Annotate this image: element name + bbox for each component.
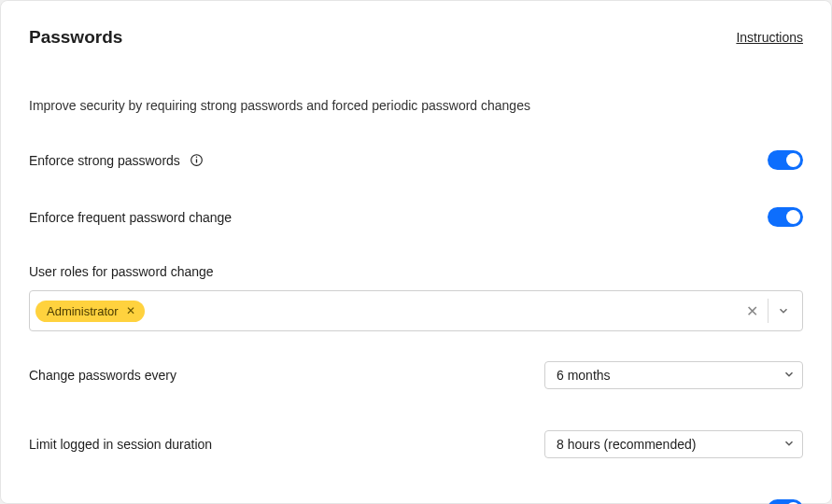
card-header: Passwords Instructions [29, 27, 803, 48]
session-duration-label: Limit logged in session duration [29, 437, 212, 452]
user-roles-multiselect[interactable]: Administrator ✕ ✕ [29, 290, 803, 331]
role-tag: Administrator ✕ [35, 301, 145, 322]
enforce-frequent-label: Enforce frequent password change [29, 210, 232, 225]
enforce-strong-toggle[interactable] [768, 150, 803, 170]
change-every-select[interactable]: 6 months [544, 361, 803, 389]
passwords-settings-card: Passwords Instructions Improve security … [0, 0, 832, 504]
svg-point-2 [196, 157, 198, 159]
instructions-link[interactable]: Instructions [736, 30, 803, 45]
clear-all-icon[interactable]: ✕ [738, 302, 766, 320]
remove-tag-icon[interactable]: ✕ [124, 304, 137, 317]
session-duration-value: 8 hours (recommended) [557, 437, 696, 452]
card-description: Improve security by requiring strong pas… [29, 98, 803, 113]
setting-row-hide-remember: Hide the remember me checkbox [29, 499, 803, 504]
multiselect-caret-icon[interactable] [770, 304, 797, 317]
change-every-value: 6 months [557, 368, 611, 383]
change-every-label: Change passwords every [29, 368, 176, 383]
setting-row-session-duration: Limit logged in session duration 8 hours… [29, 430, 803, 458]
setting-row-enforce-strong: Enforce strong passwords [29, 150, 803, 170]
user-roles-label: User roles for password change [29, 264, 803, 279]
setting-row-enforce-frequent: Enforce frequent password change [29, 207, 803, 227]
user-roles-field: User roles for password change Administr… [29, 264, 803, 331]
session-duration-select[interactable]: 8 hours (recommended) [544, 430, 803, 458]
page-title: Passwords [29, 27, 122, 48]
hide-remember-toggle[interactable] [768, 499, 803, 504]
enforce-strong-label: Enforce strong passwords [29, 153, 180, 168]
setting-row-change-every: Change passwords every 6 months [29, 361, 803, 389]
role-tag-label: Administrator [47, 304, 119, 318]
enforce-frequent-toggle[interactable] [768, 207, 803, 227]
info-icon[interactable] [190, 153, 204, 167]
